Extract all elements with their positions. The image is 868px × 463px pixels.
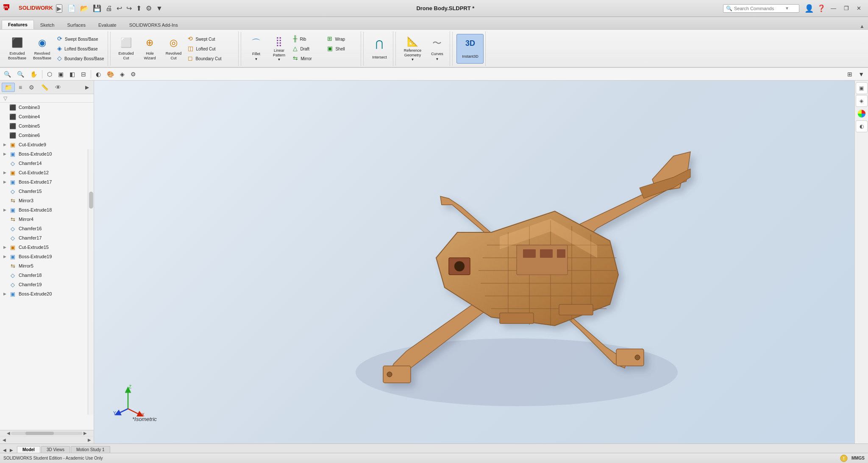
- swept-cut-btn[interactable]: ⟲ Swept Cut: [186, 34, 236, 44]
- feature-tree[interactable]: ⬛ Combine3 ⬛ Combine4 ⬛ Combine5: [0, 103, 94, 430]
- fillet-btn[interactable]: ⌒ Fillet ▼: [245, 34, 267, 64]
- curves-dropdown-icon[interactable]: ▼: [435, 57, 439, 61]
- expand-arrow-boss-extrude19[interactable]: ▶: [3, 254, 8, 259]
- sec-view1-btn[interactable]: ⬡: [45, 70, 54, 79]
- hscroll-right-btn[interactable]: ▶: [83, 431, 88, 435]
- draft-btn[interactable]: △ Draft: [291, 44, 325, 53]
- tab-evaluate[interactable]: Evaluate: [92, 20, 123, 29]
- rt-color-btn[interactable]: [856, 108, 868, 120]
- tree-item-boss-extrude17[interactable]: ▶ ▣ Boss-Extrude17: [0, 177, 94, 187]
- tree-item-boss-extrude10[interactable]: ▶ ▣ Boss-Extrude10: [0, 149, 94, 159]
- restore-btn[interactable]: ❐: [840, 4, 852, 12]
- ref-geo-dropdown-icon[interactable]: ▼: [411, 58, 414, 61]
- tab-sketch[interactable]: Sketch: [34, 20, 61, 29]
- tree-item-chamfer19[interactable]: ◇ Chamfer19: [0, 280, 94, 289]
- expand-arrow-cut-extrude15[interactable]: ▶: [3, 245, 8, 249]
- print-btn[interactable]: 🖨: [104, 4, 114, 13]
- instant3d-btn[interactable]: 3D Instant3D: [456, 34, 484, 64]
- panel-nav-next-btn[interactable]: ▶: [87, 438, 92, 442]
- tab-motion-study[interactable]: Motion Study 1: [71, 446, 110, 453]
- mirror-btn[interactable]: ⇆ Mirror: [291, 54, 325, 63]
- tree-item-chamfer16[interactable]: ◇ Chamfer16: [0, 224, 94, 233]
- sec-windows-btn[interactable]: ⊞: [845, 70, 854, 79]
- undo-btn[interactable]: ↩: [115, 3, 124, 13]
- rt-view-btn[interactable]: ▣: [856, 82, 868, 94]
- tab-nav-right-btn[interactable]: ▶: [8, 447, 14, 453]
- sec-view4-btn[interactable]: ⊟: [79, 70, 88, 79]
- tab-model[interactable]: Model: [17, 446, 40, 453]
- tab-features[interactable]: Features: [2, 20, 34, 29]
- rebuild-btn[interactable]: ⚙: [144, 3, 153, 13]
- tree-item-chamfer18[interactable]: ◇ Chamfer18: [0, 271, 94, 280]
- sec-zoom-btn[interactable]: 🔍: [15, 70, 26, 79]
- rib-btn[interactable]: ╫ Rib: [291, 34, 325, 44]
- tree-item-combine4[interactable]: ⬛ Combine4: [0, 112, 94, 121]
- sec-misc-btn[interactable]: ▼: [856, 70, 866, 79]
- linear-pattern-btn[interactable]: ⣿ LinearPattern ▼: [268, 34, 290, 64]
- tab-3d-views[interactable]: 3D Views: [41, 446, 70, 453]
- intersect-btn[interactable]: ⋂ Intersect: [367, 34, 391, 64]
- sec-display2-btn[interactable]: 🎨: [105, 70, 116, 79]
- expand-arrow-boss-extrude17[interactable]: ▶: [3, 180, 8, 184]
- sec-view2-btn[interactable]: ▣: [56, 70, 66, 79]
- wrap-btn[interactable]: ⊞ Wrap: [325, 34, 359, 44]
- hscroll-left-btn[interactable]: ◀: [6, 431, 11, 435]
- close-btn[interactable]: ✕: [853, 4, 865, 12]
- swept-boss-btn[interactable]: ⟳ Swept Boss/Base: [55, 34, 106, 44]
- open-btn[interactable]: 📂: [78, 3, 90, 13]
- 3d-viewport[interactable]: Z X Y *Isometric: [94, 81, 854, 443]
- property-mgr-btn[interactable]: ≡: [16, 83, 25, 92]
- dim-xpert-btn[interactable]: 📏: [38, 83, 51, 92]
- boundary-cut-btn[interactable]: ◻ Boundary Cut: [186, 54, 236, 63]
- expand-arrow-cut-extrude9[interactable]: ▶: [3, 142, 8, 147]
- extruded-cut-btn[interactable]: ⬜ ExtrudedCut: [114, 34, 137, 64]
- tree-item-cut-extrude12[interactable]: ▶ ▣ Cut-Extrude12: [0, 168, 94, 177]
- tree-item-chamfer17[interactable]: ◇ Chamfer17: [0, 233, 94, 243]
- ribbon-collapse-btn[interactable]: ▲: [858, 23, 866, 29]
- hole-wizard-btn[interactable]: ⊕ HoleWizard: [138, 34, 161, 64]
- minimize-btn[interactable]: —: [827, 4, 840, 12]
- save-btn[interactable]: 💾: [91, 3, 103, 13]
- tab-surfaces[interactable]: Surfaces: [61, 20, 92, 29]
- tree-item-chamfer15[interactable]: ◇ Chamfer15: [0, 187, 94, 196]
- linear-pattern-dropdown-icon[interactable]: ▼: [277, 58, 281, 61]
- boundary-boss-btn[interactable]: ◇ Boundary Boss/Base: [55, 54, 106, 63]
- search-dropdown-icon[interactable]: ▼: [785, 6, 789, 11]
- lofted-cut-btn[interactable]: ◫ Lofted Cut: [186, 44, 236, 53]
- sec-search-btn[interactable]: 🔍: [2, 70, 13, 79]
- options-btn[interactable]: ▼: [154, 4, 164, 13]
- extruded-boss-btn[interactable]: ⬛ ExtrudedBoss/Base: [5, 34, 29, 64]
- expand-arrow-boss-extrude18[interactable]: ▶: [3, 208, 8, 212]
- nav-forward-btn[interactable]: ▶: [56, 4, 62, 13]
- lofted-boss-btn[interactable]: ◈ Lofted Boss/Base: [55, 44, 106, 53]
- tree-item-boss-extrude19[interactable]: ▶ ▣ Boss-Extrude19: [0, 252, 94, 261]
- tree-item-cut-extrude15[interactable]: ▶ ▣ Cut-Extrude15: [0, 243, 94, 252]
- feature-mgr-btn[interactable]: 📁: [2, 83, 15, 92]
- tree-item-mirror3[interactable]: ⇆ Mirror3: [0, 196, 94, 205]
- shell-btn[interactable]: ▣ Shell: [325, 44, 359, 53]
- tree-item-cut-extrude9[interactable]: ▶ ▣ Cut-Extrude9: [0, 140, 94, 149]
- panel-expand-btn[interactable]: ▶: [82, 83, 92, 92]
- expand-arrow-boss-extrude10[interactable]: ▶: [3, 152, 8, 156]
- account-btn[interactable]: 👤: [803, 3, 815, 14]
- tree-item-chamfer14[interactable]: ◇ Chamfer14: [0, 159, 94, 168]
- redo-btn[interactable]: ↪: [125, 3, 134, 13]
- tab-nav-left-btn[interactable]: ◀: [2, 447, 8, 453]
- fillet-dropdown-icon[interactable]: ▼: [254, 57, 258, 61]
- sec-view3-btn[interactable]: ◧: [67, 70, 77, 79]
- panel-vscroll[interactable]: [88, 149, 94, 415]
- tree-item-mirror4[interactable]: ⇆ Mirror4: [0, 215, 94, 224]
- sec-display3-btn[interactable]: ◈: [118, 70, 127, 79]
- expand-arrow-boss-extrude20[interactable]: ▶: [3, 292, 8, 296]
- tree-item-combine5[interactable]: ⬛ Combine5: [0, 121, 94, 131]
- rt-appear-btn[interactable]: ◈: [856, 95, 868, 107]
- display-mgr-btn[interactable]: 👁: [52, 83, 64, 92]
- tree-item-combine6[interactable]: ⬛ Combine6: [0, 131, 94, 140]
- curves-btn[interactable]: 〜 Curves ▼: [426, 34, 448, 64]
- sec-pan-btn[interactable]: ✋: [28, 70, 39, 79]
- tree-item-boss-extrude18[interactable]: ▶ ▣ Boss-Extrude18: [0, 205, 94, 215]
- panel-hscroll[interactable]: ◀ ▶: [0, 430, 94, 436]
- rt-display-btn[interactable]: ◐: [856, 120, 868, 132]
- tab-addins[interactable]: SOLIDWORKS Add-Ins: [123, 20, 184, 29]
- sec-display1-btn[interactable]: ◐: [94, 70, 103, 79]
